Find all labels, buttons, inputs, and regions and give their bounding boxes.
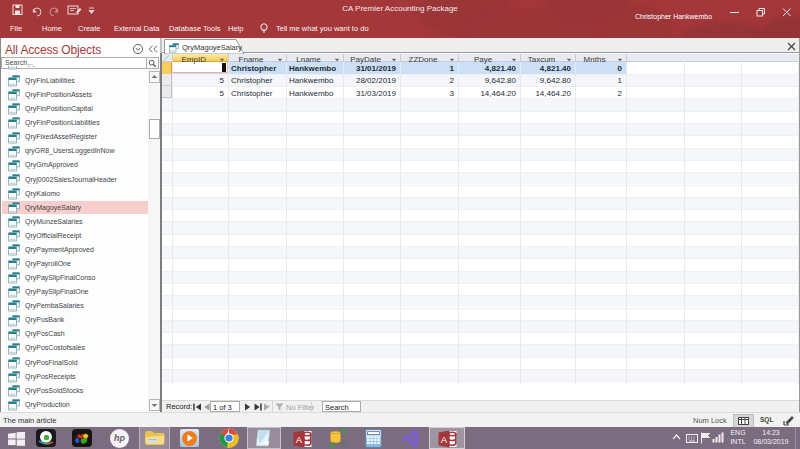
svg-text:A: A [296,433,303,444]
svg-text:A: A [441,433,448,444]
